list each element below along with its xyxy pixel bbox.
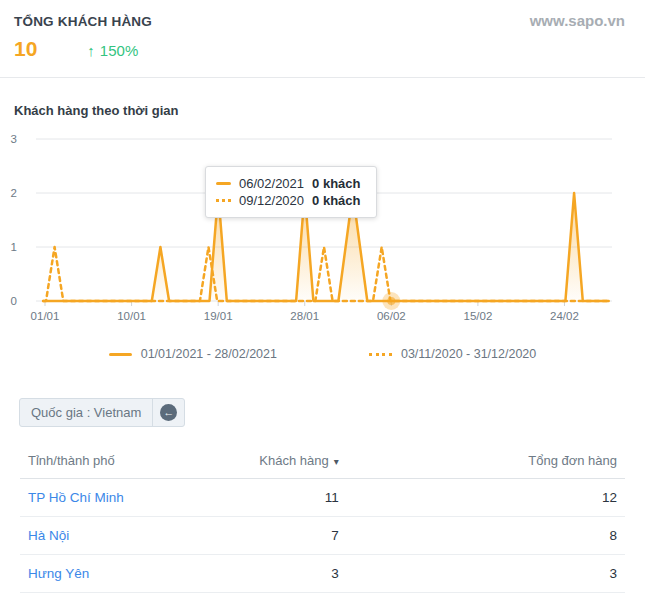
- x-tick-label: 15/02: [464, 310, 493, 322]
- legend-item-current-period[interactable]: 01/01/2021 - 28/02/2021: [109, 347, 277, 361]
- x-tick-label: 01/01: [31, 310, 60, 322]
- x-tick-label: 06/02: [377, 310, 406, 322]
- tooltip-value: 0 khách: [312, 176, 360, 191]
- x-tick-label: 10/01: [117, 310, 146, 322]
- dotted-line-marker-icon: [216, 199, 231, 202]
- chart-canvas[interactable]: 012301/0110/0119/0128/0106/0215/0224/02: [0, 128, 645, 333]
- trend-up-icon: ↑: [87, 42, 95, 59]
- table-row: TP Hồ Chí Minh 11 12: [20, 479, 625, 517]
- column-header-customers[interactable]: Khách hàng▾: [202, 445, 347, 479]
- chart-legend: 01/01/2021 - 28/02/2021 03/11/2020 - 31/…: [0, 347, 645, 361]
- province-link[interactable]: TP Hồ Chí Minh: [20, 479, 202, 517]
- arrow-left-circle-icon: ←: [160, 404, 177, 421]
- customers-cell: 11: [202, 479, 347, 517]
- table-row: Hà Nội 7 8: [20, 517, 625, 555]
- tooltip-date: 09/12/2020: [239, 193, 304, 208]
- orders-cell: 8: [347, 517, 625, 555]
- y-tick-label: 1: [11, 241, 17, 253]
- customers-cell: 7: [202, 517, 347, 555]
- tooltip-date: 06/02/2021: [239, 176, 304, 191]
- sapo-watermark: www.sapo.vn: [530, 12, 625, 29]
- solid-line-marker-icon: [216, 182, 231, 185]
- dotted-line-swatch-icon: [369, 353, 392, 356]
- solid-line-swatch-icon: [109, 353, 132, 356]
- highlight-point: [387, 297, 395, 305]
- filter-chip-label: Quốc gia : Vietnam: [20, 399, 152, 426]
- delta-value: 150%: [100, 42, 138, 59]
- legend-item-previous-period[interactable]: 03/11/2020 - 31/12/2020: [369, 347, 536, 361]
- table-row: Hưng Yên 3 3: [20, 555, 625, 593]
- country-filter-chip[interactable]: Quốc gia : Vietnam ←: [19, 398, 185, 427]
- y-tick-label: 0: [11, 295, 17, 307]
- total-customers-value: 10: [14, 38, 37, 59]
- tooltip-value: 0 khách: [312, 193, 360, 208]
- orders-cell: 12: [347, 479, 625, 517]
- chart-tooltip: 06/02/2021 0 khách 09/12/2020 0 khách: [205, 166, 377, 218]
- summary-stats: 10 ↑ 150%: [14, 38, 625, 59]
- x-tick-label: 19/01: [204, 310, 233, 322]
- province-link[interactable]: Hà Nội: [20, 517, 202, 555]
- tooltip-row-previous: 09/12/2020 0 khách: [216, 192, 366, 209]
- tooltip-row-current: 06/02/2021 0 khách: [216, 175, 366, 192]
- y-tick-label: 2: [11, 187, 17, 199]
- column-header-province: Tỉnh/thành phố: [20, 445, 202, 479]
- remove-filter-button[interactable]: ←: [152, 399, 184, 426]
- summary-header: TỔNG KHÁCH HÀNG 10 ↑ 150% www.sapo.vn: [0, 0, 645, 78]
- customers-cell: 3: [202, 555, 347, 593]
- y-tick-label: 3: [11, 133, 17, 145]
- province-table: Tỉnh/thành phố Khách hàng▾ Tổng đơn hàng…: [20, 445, 625, 593]
- series-line: [43, 247, 609, 301]
- orders-cell: 3: [347, 555, 625, 593]
- legend-label: 01/01/2021 - 28/02/2021: [141, 347, 277, 361]
- x-tick-label: 24/02: [550, 310, 579, 322]
- customers-over-time-chart: 012301/0110/0119/0128/0106/0215/0224/02 …: [0, 128, 645, 333]
- legend-label: 03/11/2020 - 31/12/2020: [401, 347, 536, 361]
- delta-badge: ↑ 150%: [87, 42, 138, 59]
- table-header-row: Tỉnh/thành phố Khách hàng▾ Tổng đơn hàng: [20, 445, 625, 479]
- chart-title: Khách hàng theo thời gian: [14, 103, 645, 118]
- province-link[interactable]: Hưng Yên: [20, 555, 202, 593]
- x-tick-label: 28/01: [290, 310, 319, 322]
- column-header-orders: Tổng đơn hàng: [347, 445, 625, 479]
- sort-desc-icon: ▾: [334, 456, 339, 467]
